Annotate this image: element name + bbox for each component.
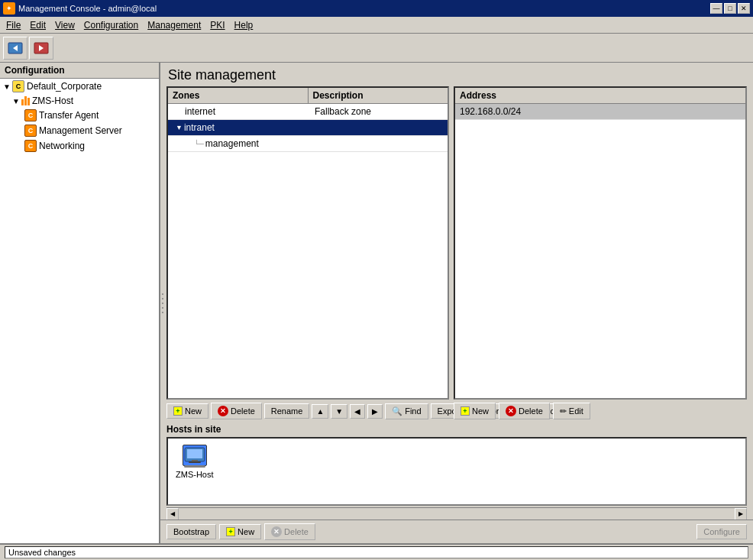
- zones-down-button[interactable]: ▼: [331, 404, 347, 419]
- bottom-delete-icon: ✕: [271, 526, 282, 537]
- address-edit-label: Edit: [569, 406, 583, 416]
- host-item-zms[interactable]: ZMS-Host: [173, 443, 217, 481]
- svg-rect-5: [187, 449, 202, 458]
- tree-toggle[interactable]: ▼: [3, 83, 12, 91]
- address-new-label: New: [472, 406, 489, 416]
- zones-table-header: Zones Description: [168, 88, 448, 104]
- zone-desc-internet: Fallback zone: [313, 105, 443, 118]
- hosts-area: ZMS-Host: [166, 437, 747, 506]
- zone-desc-intranet: [309, 127, 443, 128]
- menu-bar: File Edit View Configuration Management …: [0, 17, 753, 34]
- address-table: Address 192.168.0.0/24: [454, 86, 747, 400]
- corporate-icon: C: [12, 80, 24, 92]
- address-buttons: + New ✕ Delete ✏ Edit: [454, 400, 747, 421]
- zones-rows: internet Fallback zone ▼ intranet: [168, 104, 448, 398]
- tree-item-default-corporate[interactable]: ▼ C Default_Corporate: [0, 79, 159, 94]
- address-rows: 192.168.0.0/24: [455, 104, 745, 398]
- address-col-header: Address: [455, 88, 745, 103]
- tree-item-management-server[interactable]: C Management Server: [0, 123, 159, 138]
- zone-name-internet: internet: [173, 105, 313, 118]
- scroll-right-arrow[interactable]: ▶: [735, 508, 747, 520]
- zone-name-management: └─ management: [173, 138, 318, 150]
- menu-configuration[interactable]: Configuration: [79, 18, 143, 32]
- address-edit-button[interactable]: ✏ Edit: [553, 403, 590, 419]
- address-new-button[interactable]: + New: [454, 403, 496, 419]
- edit-pencil-icon: ✏: [560, 406, 567, 416]
- toolbar-back-button[interactable]: [3, 37, 27, 60]
- hosts-scrollbar: ◀ ▶: [166, 507, 747, 520]
- management-tree-line: └─: [194, 140, 204, 147]
- zones-new-label: New: [185, 406, 202, 416]
- site-content: Zones Description internet Fallback zone…: [160, 86, 753, 421]
- menu-pki[interactable]: PKI: [205, 18, 229, 32]
- hosts-section: Hosts in site ZMS-Host: [160, 421, 753, 507]
- address-delete-button[interactable]: ✕ Delete: [499, 403, 550, 419]
- zones-rename-button[interactable]: Rename: [264, 403, 310, 419]
- hosts-label: Hosts in site: [166, 424, 747, 435]
- zone-row-intranet[interactable]: ▼ intranet: [168, 120, 448, 136]
- scroll-thumb: [179, 510, 735, 519]
- addr-new-icon: +: [461, 406, 470, 416]
- delete-icon: ✕: [218, 406, 228, 416]
- tree-toggle-zms[interactable]: ▼: [12, 97, 21, 105]
- menu-edit[interactable]: Edit: [25, 18, 50, 32]
- status-message: Unsaved changes: [8, 548, 76, 557]
- bootstrap-button[interactable]: Bootstrap: [166, 524, 216, 539]
- left-panel: Configuration ▼ C Default_Corporate ▼ ZM…: [0, 63, 160, 543]
- zones-find-label: Find: [405, 406, 421, 416]
- main-layout: Configuration ▼ C Default_Corporate ▼ ZM…: [0, 63, 753, 543]
- bootstrap-label: Bootstrap: [173, 527, 209, 536]
- minimize-button[interactable]: —: [710, 3, 722, 14]
- host-name-zms: ZMS-Host: [176, 470, 214, 479]
- address-delete-label: Delete: [519, 406, 543, 416]
- zone-name-intranet: ▼ intranet: [173, 121, 309, 134]
- left-panel-title: Configuration: [0, 63, 159, 79]
- menu-file[interactable]: File: [2, 18, 25, 32]
- zone-row-internet[interactable]: internet Fallback zone: [168, 104, 448, 120]
- tree-label-management-server: Management Server: [39, 125, 122, 136]
- bottom-buttons: Bootstrap + New ✕ Delete Configure: [160, 520, 753, 543]
- tree-item-transfer-agent[interactable]: C Transfer Agent: [0, 108, 159, 123]
- find-icon: 🔍: [392, 406, 402, 416]
- zones-rename-label: Rename: [271, 406, 303, 416]
- page-title: Site management: [160, 63, 753, 86]
- bottom-new-button[interactable]: + New: [219, 524, 261, 539]
- zones-new-button[interactable]: + New: [166, 403, 208, 419]
- zones-up-button[interactable]: ▲: [312, 404, 328, 419]
- new-icon: +: [173, 406, 183, 416]
- scroll-left-arrow[interactable]: ◀: [166, 508, 179, 520]
- address-row-0[interactable]: 192.168.0.0/24: [455, 104, 745, 120]
- intranet-collapse-icon: ▼: [176, 124, 183, 131]
- tree-item-zms-host[interactable]: ▼ ZMS-Host: [0, 94, 159, 108]
- menu-view[interactable]: View: [50, 18, 79, 32]
- address-panel: Address 192.168.0.0/24 + New ✕: [454, 86, 747, 421]
- zone-desc-management: [318, 143, 443, 144]
- transfer-agent-icon: C: [24, 109, 37, 121]
- bottom-delete-label: Delete: [284, 527, 309, 536]
- toolbar-forward-button[interactable]: [29, 37, 53, 60]
- host-icon-zms: [183, 445, 207, 466]
- zones-right-button[interactable]: ▶: [367, 404, 383, 419]
- zone-row-management[interactable]: └─ management: [168, 136, 448, 152]
- tree-item-networking[interactable]: C Networking: [0, 138, 159, 154]
- networking-icon: C: [24, 140, 37, 152]
- maximize-button[interactable]: □: [724, 3, 736, 14]
- address-value-0: 192.168.0.0/24: [460, 106, 521, 117]
- toolbar: [0, 34, 753, 63]
- status-text: Unsaved changes: [5, 546, 748, 558]
- configure-button[interactable]: Configure: [696, 524, 747, 539]
- description-col-header: Description: [309, 88, 448, 103]
- configure-label: Configure: [703, 527, 740, 536]
- zones-panel: Zones Description internet Fallback zone…: [166, 86, 449, 421]
- menu-help[interactable]: Help: [230, 18, 258, 32]
- close-button[interactable]: ✕: [738, 3, 750, 14]
- zones-left-button[interactable]: ◀: [350, 404, 365, 419]
- bottom-delete-button[interactable]: ✕ Delete: [264, 523, 315, 540]
- zones-delete-button[interactable]: ✕ Delete: [211, 403, 262, 419]
- window-title: Management Console - admin@local: [18, 4, 157, 13]
- menu-management[interactable]: Management: [143, 18, 205, 32]
- zone-buttons: + New ✕ Delete Rename ▲ ▼ ◀ ▶ 🔍: [166, 400, 449, 421]
- app-icon: ✦: [3, 2, 15, 15]
- zones-find-button[interactable]: 🔍 Find: [385, 403, 428, 419]
- right-panel: Site management Zones Description intern…: [160, 63, 753, 543]
